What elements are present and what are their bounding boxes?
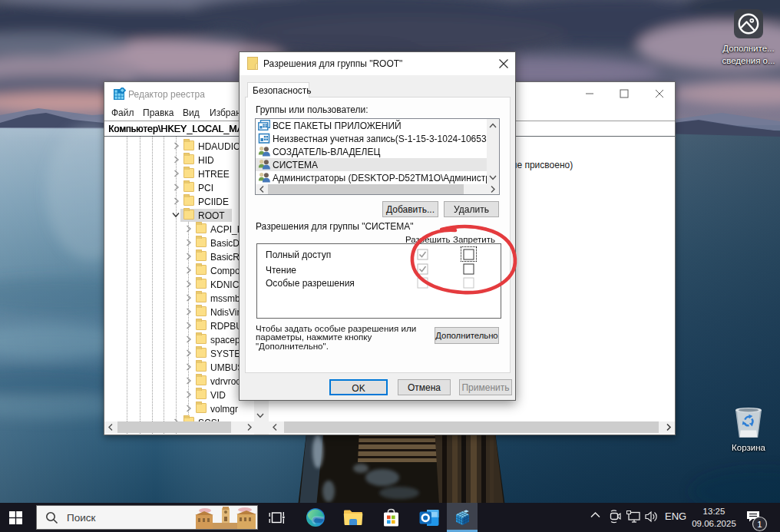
svg-text:1: 1 <box>757 520 762 529</box>
